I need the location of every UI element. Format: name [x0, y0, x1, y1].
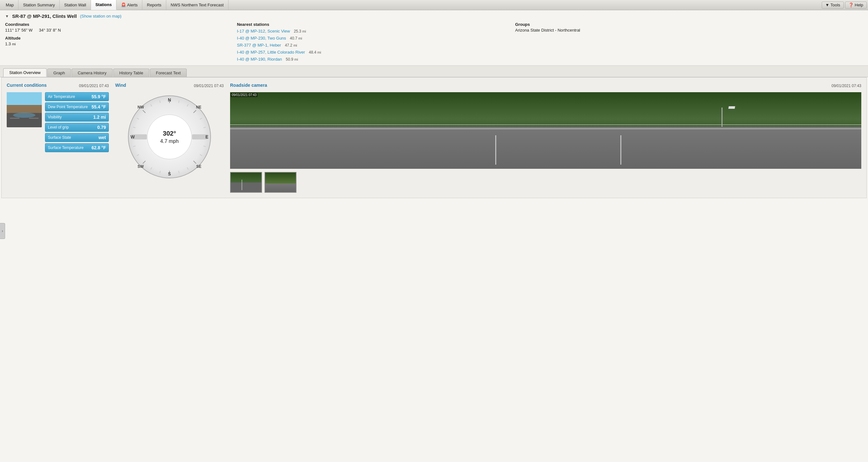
groups-column: Groups Arizona State District - Northcen…	[515, 22, 863, 63]
nearest-station-1: I-40 @ MP-230, Two Guns 40.7 mi	[237, 35, 515, 42]
reading-surface-temp: Surface Temperature 62.8 °F	[45, 143, 109, 152]
compass-label-sw: SW	[137, 164, 144, 169]
svg-line-26	[133, 127, 135, 128]
camera-thumbnails	[230, 172, 861, 193]
nearest-station-link-0[interactable]: I-17 @ MP-312, Scenic View	[237, 28, 290, 35]
altitude-label: Altitude	[5, 36, 237, 40]
svg-line-28	[143, 111, 145, 113]
conditions-content: Air Temperature 55.9 °F Dew Point Temper…	[7, 92, 109, 152]
svg-line-16	[193, 161, 196, 164]
reading-air-temp-label: Air Temperature	[48, 94, 92, 99]
reading-visibility-value: 1.2 mi	[93, 115, 106, 120]
altitude-value: 1.3 mi	[5, 41, 237, 46]
nav-item-stations[interactable]: Stations	[91, 0, 117, 10]
nav-item-station-wall[interactable]: Station Wall	[60, 0, 91, 10]
svg-line-21	[151, 167, 152, 170]
wind-degrees-display: 302°	[163, 130, 176, 137]
nearest-station-0: I-17 @ MP-312, Scenic View 25.3 mi	[237, 28, 515, 35]
reading-dew-point-label: Dew Point Temperature	[48, 105, 92, 109]
thumb-road-2	[265, 183, 296, 192]
tab-history-table[interactable]: History Table	[113, 69, 149, 77]
conditions-timestamp: 09/01/2021 07:43	[79, 84, 109, 88]
groups-label: Groups	[515, 22, 863, 27]
wind-section: Wind 09/01/2021 07:43 // Will be drawn i…	[115, 83, 224, 182]
svg-line-10	[193, 111, 196, 113]
top-navigation: Map Station Summary Station Wall Station…	[0, 0, 868, 10]
thumb-trees-2	[265, 173, 296, 184]
svg-rect-0	[7, 92, 42, 105]
nav-item-station-summary[interactable]: Station Summary	[19, 0, 60, 10]
camera-header: Roadside camera 09/01/2021 07:43	[230, 83, 861, 89]
svg-line-22	[143, 161, 145, 164]
reading-surface-state-label: Surface State	[48, 135, 99, 140]
reading-grip: Level of grip 0.79	[45, 123, 109, 132]
conditions-readings: Air Temperature 55.9 °F Dew Point Temper…	[45, 92, 109, 152]
reading-surface-temp-value: 62.8 °F	[92, 145, 106, 150]
nav-item-map[interactable]: Map	[1, 0, 19, 10]
compass-label-nw: NW	[137, 105, 144, 110]
tab-station-overview[interactable]: Station Overview	[3, 68, 46, 77]
main-content: ▼ SR-87 @ MP-291, Clints Well (Show stat…	[0, 10, 868, 462]
tab-graph[interactable]: Graph	[47, 69, 71, 77]
conditions-title: Current conditions	[7, 83, 46, 88]
camera-thumb-1[interactable]	[230, 172, 262, 193]
coordinate-lon: 111° 17' 56" W	[5, 28, 33, 33]
compass-label-se: SE	[196, 164, 202, 169]
wind-speed-display: 4.7 mph	[160, 138, 179, 144]
svg-line-17	[187, 167, 188, 170]
compass-label-w: W	[130, 134, 135, 140]
reading-grip-label: Level of grip	[48, 125, 97, 129]
reading-visibility-label: Visibility	[48, 115, 93, 119]
nearest-station-link-4[interactable]: I-40 @ MP-190, Riordan	[237, 56, 282, 63]
nearest-station-link-3[interactable]: I-40 @ MP-257, Little Colorado River	[237, 49, 305, 56]
reading-air-temp: Air Temperature 55.9 °F	[45, 92, 109, 101]
camera-timestamp-overlay: 09/01/2021 07:43	[231, 93, 257, 97]
road-surface-svg	[7, 92, 42, 127]
svg-line-11	[200, 118, 202, 119]
camera-thumb-2[interactable]	[265, 172, 297, 193]
reading-surface-state: Surface State wet	[45, 133, 109, 142]
tools-button[interactable]: ▼ Tools	[822, 2, 844, 9]
coordinate-lat: 34° 33' 8" N	[39, 28, 61, 33]
svg-line-9	[187, 104, 188, 106]
compass-inner: 302° 4.7 mph	[147, 115, 192, 159]
station-name: SR-87 @ MP-291, Clints Well	[12, 13, 77, 19]
nearest-station-3: I-40 @ MP-257, Little Colorado River 48.…	[237, 49, 515, 56]
compass-outer: // Will be drawn inline below	[128, 95, 211, 178]
svg-line-23	[137, 155, 139, 156]
camera-main-image[interactable]: 09/01/2021 07:43	[230, 92, 861, 169]
svg-line-12	[204, 127, 206, 128]
nav-item-alerts[interactable]: 🚨 Alerts	[117, 0, 142, 10]
reading-visibility: Visibility 1.2 mi	[45, 113, 109, 122]
side-panel-arrow[interactable]: ›	[0, 223, 5, 239]
wind-header: Wind 09/01/2021 07:43	[115, 83, 224, 89]
tab-content-station-overview: Current conditions 09/01/2021 07:43	[1, 77, 867, 198]
station-map-link[interactable]: (Show station on map)	[80, 14, 122, 19]
nav-item-nws[interactable]: NWS Northern Text Forecast	[166, 0, 228, 10]
compass-container: // Will be drawn inline below	[125, 92, 214, 182]
current-conditions-section: Current conditions 09/01/2021 07:43	[7, 83, 109, 152]
thumb-trees-1	[231, 173, 261, 183]
nav-item-reports[interactable]: Reports	[142, 0, 166, 10]
svg-rect-4	[10, 118, 20, 119]
reading-grip-value: 0.79	[97, 125, 106, 130]
nearest-stations-label: Nearest stations	[237, 22, 515, 27]
help-button[interactable]: ❓ Help	[845, 2, 867, 9]
nearest-station-link-1[interactable]: I-40 @ MP-230, Two Guns	[237, 35, 286, 42]
reading-dew-point-value: 55.4 °F	[92, 104, 106, 110]
reading-air-temp-value: 55.9 °F	[92, 94, 106, 99]
nearest-stations-column: Nearest stations I-17 @ MP-312, Scenic V…	[237, 22, 515, 63]
thumb-road-1	[231, 183, 261, 192]
reading-surface-state-value: wet	[99, 135, 106, 140]
compass-label-s: S	[168, 171, 171, 177]
compass-label-ne: NE	[196, 105, 202, 110]
tab-camera-history[interactable]: Camera History	[71, 69, 112, 77]
compass-label-e: E	[206, 134, 208, 140]
svg-line-8	[179, 100, 179, 103]
nearest-station-link-2[interactable]: SR-377 @ MP-1, Heber	[237, 42, 281, 49]
tab-forecast-text[interactable]: Forecast Text	[150, 69, 187, 77]
station-collapse-arrow[interactable]: ▼	[5, 14, 9, 19]
coordinates-column: Coordinates 111° 17' 56" W 34° 33' 8" N …	[5, 22, 237, 63]
camera-title: Roadside camera	[230, 83, 267, 88]
station-title-row: ▼ SR-87 @ MP-291, Clints Well (Show stat…	[5, 13, 863, 19]
